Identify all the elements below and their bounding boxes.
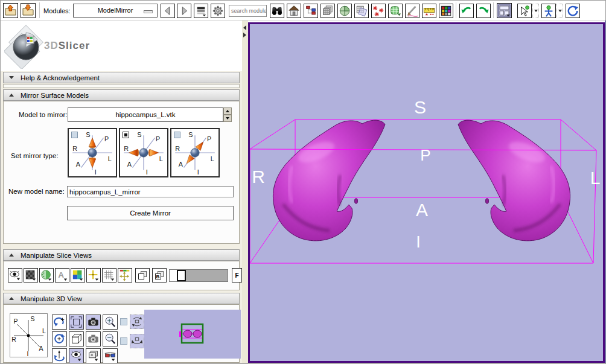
photo-stack-icon — [87, 350, 100, 362]
cube-orientation-button[interactable] — [69, 331, 84, 346]
module-back-button[interactable] — [161, 4, 175, 18]
slice-visibility-button[interactable] — [8, 268, 22, 283]
module-volumes-button[interactable] — [321, 4, 335, 18]
module-transforms-button[interactable] — [354, 4, 369, 18]
rock-icon — [131, 335, 143, 347]
layout-button[interactable] — [497, 3, 512, 18]
crosshair-button[interactable] — [86, 268, 101, 283]
svg-text:L: L — [159, 155, 163, 162]
3d-scene: S P R L A I — [250, 24, 603, 361]
new-model-name-label: New model name: — [8, 188, 65, 195]
panel-splitter[interactable] — [242, 21, 248, 363]
orientation-label-inferior: I — [416, 233, 421, 251]
triangle-up-icon — [226, 110, 229, 112]
load-scene-button[interactable] — [3, 3, 18, 18]
mouse-place-mode-button[interactable] — [541, 4, 556, 18]
mirror-type-si-option[interactable]: S P R L A I — [68, 128, 117, 177]
ruler-icon — [423, 5, 435, 17]
rotate-axis-button[interactable] — [52, 348, 67, 363]
section-header-slice-views[interactable]: Manipulate Slice Views — [3, 249, 240, 261]
foreground-layer-button[interactable] — [39, 268, 54, 283]
spin-up-button[interactable] — [223, 107, 232, 115]
svg-text:S: S — [137, 131, 141, 138]
module-fiducials-button[interactable] — [371, 4, 386, 18]
screenshot-stack-button[interactable] — [86, 348, 101, 363]
svg-text:L: L — [211, 155, 214, 162]
stereo-glasses-button[interactable] — [103, 348, 118, 363]
svg-text:R: R — [124, 145, 129, 152]
roll-view-button[interactable] — [52, 331, 67, 346]
annotation-toggle-button[interactable]: A — [55, 268, 69, 283]
toolbar-separator — [39, 2, 40, 18]
section-header-help[interactable]: Help & Acknowledgement — [3, 72, 240, 83]
section-header-3d-view[interactable]: Manipulate 3D View — [3, 293, 240, 304]
label-grid-icon — [25, 269, 37, 281]
fit-slices-button[interactable]: F — [232, 268, 242, 283]
pan-arrows-icon — [119, 269, 131, 281]
visibility-3d-button[interactable] — [69, 348, 84, 363]
module-data-button[interactable] — [304, 4, 318, 18]
toolbar-separator — [493, 2, 494, 18]
view3d-axis-widget[interactable]: P S L R A I — [10, 313, 48, 357]
module-models-button[interactable] — [337, 4, 352, 18]
mirror-type-si-checkbox[interactable] — [71, 132, 78, 138]
label-layer-button[interactable] — [24, 268, 38, 283]
home-button[interactable] — [287, 4, 301, 18]
module-measurements-button[interactable] — [422, 4, 436, 18]
section-header-mirror[interactable]: Mirror Surface Models — [3, 89, 240, 101]
compositing-button[interactable] — [71, 268, 85, 283]
search-binoculars-button[interactable] — [270, 4, 284, 18]
screenshot-camera-button[interactable] — [86, 331, 101, 346]
mouse-pick-mode-button[interactable] — [517, 4, 532, 18]
spin-down-button[interactable] — [223, 115, 232, 122]
spin-mode-button[interactable] — [130, 315, 144, 329]
3d-viewport[interactable]: S P R L A I — [248, 22, 605, 363]
mirror-type-rl-option[interactable]: S P R L A I — [119, 128, 168, 177]
svg-text:S: S — [86, 131, 90, 138]
chevron-down-icon — [534, 10, 538, 12]
new-model-name-input[interactable] — [67, 186, 234, 197]
module-editor-button[interactable] — [388, 4, 403, 18]
camera-button[interactable] — [86, 315, 101, 330]
background-toggle-button[interactable]: B — [152, 268, 167, 283]
create-mirror-button[interactable]: Create Mirror — [67, 206, 234, 220]
mirror-type-ap-option[interactable]: S P R L A I — [170, 128, 220, 177]
search-modules-input[interactable] — [229, 5, 267, 17]
main-toolbar: Modules: ModelMirror — [1, 1, 605, 21]
rock-mode-button[interactable] — [130, 334, 144, 348]
save-scene-button[interactable] — [21, 3, 36, 18]
redo-button[interactable] — [476, 4, 491, 18]
pan-zoom-button[interactable] — [118, 268, 132, 283]
orientation-label-posterior: P — [420, 146, 430, 164]
mirror-type-rl-checkbox[interactable] — [123, 132, 129, 138]
mouse-pick-dropdown[interactable] — [532, 4, 539, 18]
gear-icon — [212, 5, 224, 17]
model-to-mirror-label: Model to mirror: — [19, 111, 68, 118]
zoom-out-button[interactable] — [103, 331, 118, 346]
slice-opacity-slider[interactable] — [169, 269, 228, 282]
lightbox-layout-button[interactable] — [135, 268, 150, 283]
3d-navigation-preview[interactable] — [144, 310, 241, 359]
module-editor-pen-button[interactable] — [405, 4, 419, 18]
model-to-mirror-combobox[interactable]: hippocampus_L.vtk — [68, 107, 223, 122]
svg-text:P: P — [207, 135, 211, 142]
zoom-in-icon — [104, 316, 116, 328]
refresh-button[interactable] — [566, 4, 580, 18]
rock-checkbox[interactable] — [120, 337, 127, 345]
mouse-place-dropdown[interactable] — [557, 4, 563, 18]
modules-settings-button[interactable] — [211, 4, 225, 18]
slider-thumb[interactable] — [177, 270, 186, 281]
undo-button[interactable] — [459, 4, 474, 18]
module-history-button[interactable] — [194, 4, 208, 18]
app-title-slicer: Slicer — [59, 40, 90, 51]
modules-dropdown[interactable]: ModelMirror — [73, 4, 158, 18]
module-colors-button[interactable] — [439, 4, 453, 18]
mirror-type-ap-checkbox[interactable] — [174, 132, 180, 138]
rotate-view-button[interactable] — [52, 315, 67, 330]
spin-checkbox[interactable] — [120, 318, 127, 325]
module-forward-button[interactable] — [177, 4, 191, 18]
svg-text:P: P — [104, 135, 109, 142]
center-view-button[interactable] — [69, 315, 84, 330]
zoom-in-button[interactable] — [103, 315, 118, 330]
crosshair-grid-button[interactable] — [102, 268, 116, 283]
